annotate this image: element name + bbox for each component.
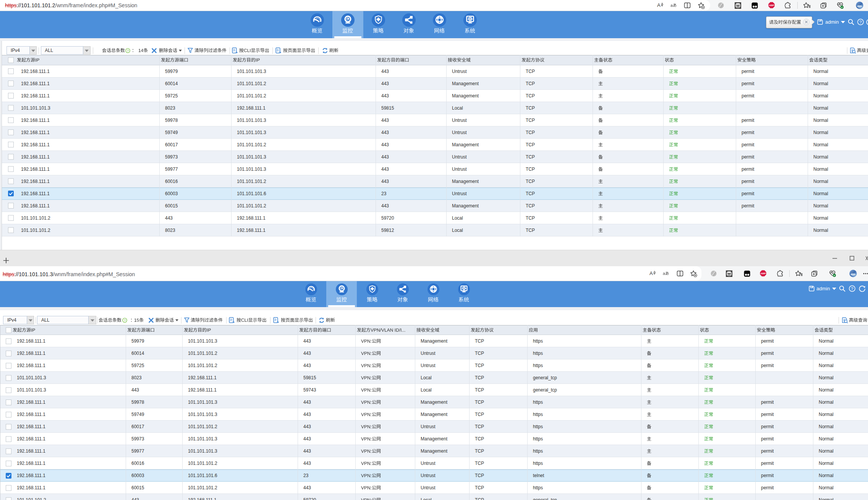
svg-text:A: A <box>657 2 661 8</box>
svg-text:ABP: ABP <box>769 4 774 6</box>
svg-text:?: ? <box>123 319 125 322</box>
svg-text:A: A <box>649 270 653 276</box>
svg-text:?: ? <box>126 49 128 53</box>
svg-text:?: ? <box>851 286 853 291</box>
svg-text:?: ? <box>859 19 862 24</box>
svg-text:ABP: ABP <box>760 272 765 275</box>
